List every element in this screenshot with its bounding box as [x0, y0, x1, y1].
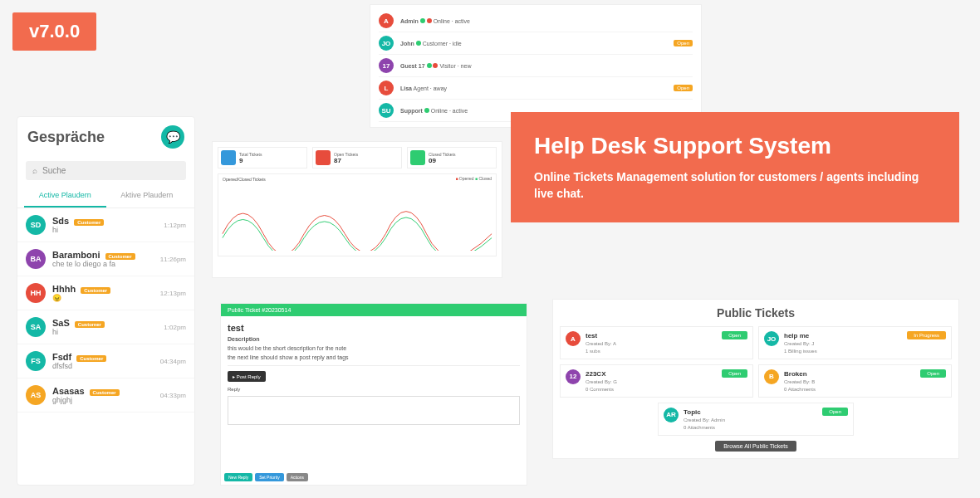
list-item[interactable]: JOJohn Customer · idleOpen — [379, 32, 693, 55]
avatar: AS — [26, 385, 46, 405]
conversation-list-panel: AAdmin Online · active JOJohn Customer ·… — [370, 4, 702, 128]
chat-row[interactable]: HHHhhh Customer😠12:13pm — [17, 276, 194, 310]
stat-card: Total Tickets9 — [218, 147, 307, 168]
status-badge: Open — [674, 40, 693, 46]
chat-title: Gespräche — [27, 129, 105, 146]
ticket-card[interactable]: AtestCreated By: A1 subsOpen — [560, 326, 753, 359]
new-reply-button[interactable]: New Reply — [224, 473, 252, 481]
dashboard-panel: Total Tickets9 Open Tickets87 Closed Tic… — [212, 141, 502, 278]
tab-active[interactable]: Active Plaudern — [24, 184, 106, 208]
avatar: AR — [664, 408, 679, 422]
chat-row[interactable]: SASaS Customerhi1:02pm — [17, 310, 194, 344]
search-input[interactable]: ⌕Suche — [26, 161, 186, 180]
avatar: FS — [26, 351, 46, 371]
public-tickets-title: Public Tickets — [560, 306, 952, 320]
list-item[interactable]: AAdmin Online · active — [379, 10, 693, 32]
avatar: A — [379, 13, 394, 28]
chat-panel: Gespräche 💬 ⌕Suche Active Plaudern Aktiv… — [17, 116, 195, 486]
status-button[interactable]: Open — [822, 408, 848, 416]
search-icon: ⌕ — [32, 166, 37, 175]
avatar: BA — [26, 249, 46, 269]
avatar: A — [566, 331, 581, 346]
tab-inactive[interactable]: Aktive Plaudern — [106, 184, 189, 208]
avatar: SD — [26, 215, 46, 235]
avatar: JO — [379, 36, 394, 51]
status-badge: Open — [674, 85, 693, 91]
role-pill: Customer — [81, 287, 110, 294]
actions-button[interactable]: Actions — [287, 473, 308, 481]
role-pill: Customer — [76, 355, 106, 362]
list-item[interactable]: LLisa Agent · awayOpen — [379, 77, 693, 100]
status-button[interactable]: Open — [920, 369, 946, 378]
status-button[interactable]: Open — [722, 369, 747, 378]
browse-all-button[interactable]: Browse All Public Tickets — [715, 441, 796, 452]
ticket-card[interactable]: ARTopicCreated By: Admin0 AttachmentsOpe… — [658, 403, 854, 436]
avatar: SA — [26, 317, 46, 337]
stat-card: Open Tickets87 — [312, 147, 402, 168]
chat-row[interactable]: FSFsdf Customerdfsfsd04:34pm — [17, 344, 194, 378]
avatar: HH — [26, 283, 46, 303]
chat-row[interactable]: BABaramboni Customerche te lo diego a fa… — [17, 242, 194, 276]
ticket-detail-panel: Public Ticket #20230514 test Description… — [220, 303, 527, 486]
role-pill: Customer — [105, 253, 135, 260]
ticket-card[interactable]: 12223CXCreated By: G0 CommentsOpen — [560, 364, 753, 398]
avatar: 12 — [566, 369, 581, 384]
avatar: SU — [379, 103, 394, 118]
chat-row[interactable]: SDSds Customerhi1:12pm — [17, 208, 194, 242]
status-button[interactable]: In Progress — [907, 331, 946, 339]
hero-title: Help Desk Support System — [534, 133, 936, 159]
stat-card: Closed Tickets09 — [407, 147, 497, 168]
role-pill: Customer — [90, 389, 120, 396]
ticket-header: Public Ticket #20230514 — [221, 304, 527, 316]
tabs: Active Plaudern Aktive Plaudern — [17, 184, 194, 208]
avatar: JO — [764, 331, 779, 346]
public-tickets-panel: Public Tickets AtestCreated By: A1 subsO… — [552, 299, 959, 459]
set-priority-button[interactable]: Set Priority — [255, 473, 283, 481]
hero-subtitle: Online Tickets Management solution for c… — [534, 169, 936, 202]
role-pill: Customer — [75, 321, 105, 328]
chat-row[interactable]: ASAsasas Customerghjghj04:33pm — [17, 378, 194, 413]
avatar: 17 — [379, 58, 394, 73]
ticket-card[interactable]: BBrokenCreated By: B0 AttachmentsOpen — [758, 364, 952, 398]
avatar: L — [379, 81, 394, 95]
chat-icon[interactable]: 💬 — [161, 125, 184, 149]
role-pill: Customer — [74, 219, 104, 226]
avatar: B — [764, 369, 779, 384]
post-reply-button[interactable]: ▸ Post Reply — [228, 371, 266, 382]
line-chart: Opened/Closed Tickets ■ Opened ■ Closed — [218, 173, 497, 256]
reply-textarea[interactable] — [228, 396, 520, 425]
ticket-card[interactable]: JOhelp meCreated By: J1 Billing issuesIn… — [758, 326, 952, 359]
status-button[interactable]: Open — [722, 331, 747, 339]
list-item[interactable]: 17Guest 17 Visitor · new — [379, 55, 693, 77]
version-badge: v7.0.0 — [12, 12, 96, 51]
chart-svg — [218, 184, 496, 251]
hero-banner: Help Desk Support System Online Tickets … — [511, 112, 959, 222]
ticket-title: test — [228, 323, 520, 333]
